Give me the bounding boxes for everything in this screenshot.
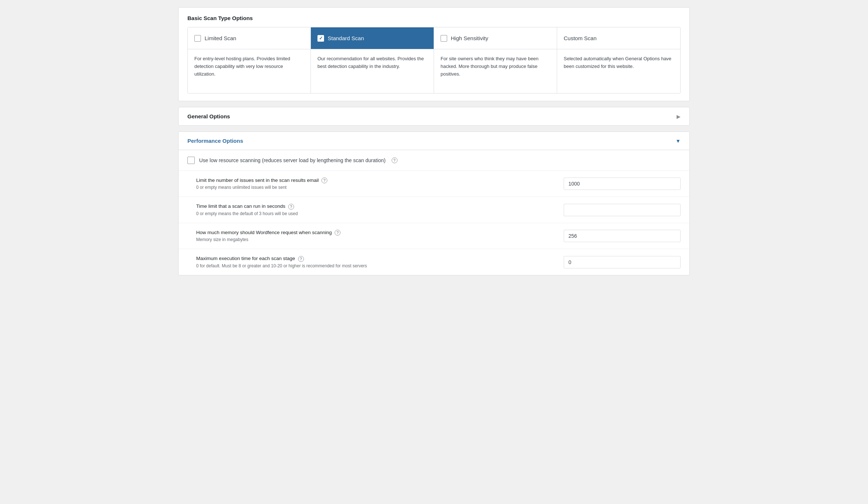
scan-option-limited-header[interactable]: Limited Scan	[188, 27, 311, 49]
memory-input[interactable]	[564, 230, 681, 242]
general-options-card: General Options ▶	[178, 107, 690, 126]
limit-issues-label: Limit the number of issues sent in the s…	[196, 177, 564, 183]
low-resource-checkbox[interactable]	[187, 157, 195, 164]
scan-checkbox-high[interactable]	[441, 35, 447, 42]
scan-option-custom[interactable]: Custom Scan Selected automatically when …	[557, 27, 680, 93]
low-resource-help-icon[interactable]: ?	[392, 157, 397, 163]
max-exec-label: Maximum execution time for each scan sta…	[196, 256, 564, 261]
low-resource-label: Use low resource scanning (reduces serve…	[199, 157, 386, 163]
scan-description-high: For site owners who think they may have …	[434, 49, 557, 93]
max-exec-sublabel: 0 for default. Must be 8 or greater and …	[196, 263, 564, 268]
time-limit-row: Time limit that a scan can run in second…	[179, 197, 689, 223]
performance-options-title: Performance Options	[187, 138, 243, 144]
scan-label-high: High Sensitivity	[451, 35, 488, 41]
scan-option-high[interactable]: High Sensitivity For site owners who thi…	[434, 27, 557, 93]
scan-description-custom: Selected automatically when General Opti…	[557, 49, 680, 93]
max-exec-row: Maximum execution time for each scan sta…	[179, 249, 689, 275]
memory-sublabel: Memory size in megabytes	[196, 237, 564, 242]
scan-checkbox-standard[interactable]	[317, 35, 324, 42]
scan-option-standard[interactable]: Standard Scan Our recommendation for all…	[311, 27, 434, 93]
max-exec-help-icon[interactable]: ?	[298, 256, 304, 262]
time-limit-sublabel: 0 or empty means the default of 3 hours …	[196, 211, 564, 216]
scan-label-standard: Standard Scan	[328, 35, 364, 41]
performance-options-header[interactable]: Performance Options ▼	[179, 132, 689, 150]
scan-label-limited: Limited Scan	[205, 35, 236, 41]
limit-issues-sublabel: 0 or empty means unlimited issues will b…	[196, 185, 564, 190]
max-exec-input[interactable]	[564, 256, 681, 268]
time-limit-input[interactable]	[564, 204, 681, 216]
memory-row: How much memory should Wordfence request…	[179, 223, 689, 249]
performance-options-card: Performance Options ▼ Use low resource s…	[178, 131, 690, 275]
scan-option-limited[interactable]: Limited Scan For entry-level hosting pla…	[188, 27, 311, 93]
memory-label: How much memory should Wordfence request…	[196, 230, 564, 236]
basic-scan-title: Basic Scan Type Options	[187, 15, 681, 21]
limit-issues-input[interactable]	[564, 177, 681, 190]
general-options-title: General Options	[187, 113, 230, 119]
scan-option-standard-header[interactable]: Standard Scan	[311, 27, 434, 49]
time-limit-help-icon[interactable]: ?	[288, 204, 294, 210]
limit-issues-row: Limit the number of issues sent in the s…	[179, 171, 689, 197]
scan-type-grid: Limited Scan For entry-level hosting pla…	[187, 27, 681, 93]
general-options-header[interactable]: General Options ▶	[179, 107, 689, 125]
scan-description-limited: For entry-level hosting plans. Provides …	[188, 49, 311, 93]
scan-label-custom: Custom Scan	[564, 35, 597, 41]
scan-checkbox-limited[interactable]	[194, 35, 201, 42]
general-options-chevron: ▶	[677, 114, 681, 119]
low-resource-row: Use low resource scanning (reduces serve…	[179, 150, 689, 171]
performance-options-chevron: ▼	[675, 138, 681, 144]
scan-description-standard: Our recommendation for all websites. Pro…	[311, 49, 434, 93]
memory-help-icon[interactable]: ?	[335, 230, 340, 236]
time-limit-label: Time limit that a scan can run in second…	[196, 203, 564, 209]
scan-option-custom-header[interactable]: Custom Scan	[557, 27, 680, 49]
scan-option-high-header[interactable]: High Sensitivity	[434, 27, 557, 49]
limit-issues-help-icon[interactable]: ?	[321, 177, 327, 183]
